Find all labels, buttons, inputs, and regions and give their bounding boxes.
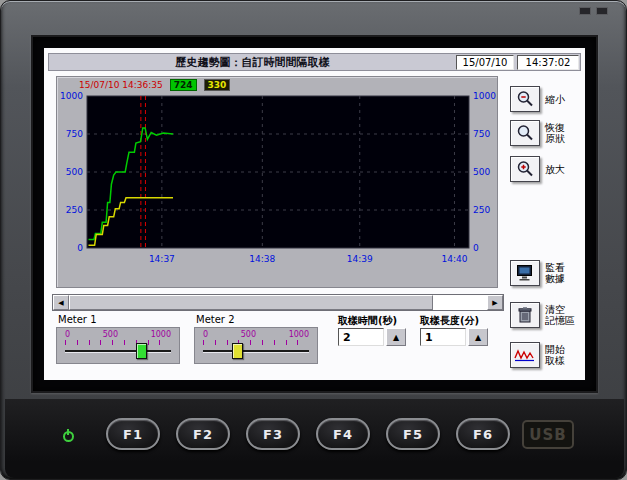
trash-icon: [510, 302, 540, 328]
meter1-value-badge: 724: [170, 79, 197, 91]
hmi-device: 歷史趨勢圖：自訂時間間隔取樣 15/07/10 14:37:02 15/07/1…: [0, 0, 627, 480]
sampling-length-control: 1 ▲: [420, 328, 488, 346]
scrollbar-thumb[interactable]: [69, 295, 433, 310]
sampling-length-label: 取樣長度(分): [420, 314, 479, 328]
sampling-length-up-button[interactable]: ▲: [468, 328, 488, 346]
monitor-icon: [510, 260, 540, 286]
meter2-value-badge: 330: [204, 79, 231, 91]
port-icon: [596, 7, 608, 15]
title-bar: 歷史趨勢圖：自訂時間間隔取樣 15/07/10 14:37:02: [48, 53, 581, 71]
start-sampling-button[interactable]: 開始取樣: [510, 342, 565, 368]
svg-text:0: 0: [473, 243, 479, 253]
fkey-f6[interactable]: F6: [456, 418, 510, 450]
svg-text:250: 250: [66, 205, 83, 215]
usb-port-label: USB: [522, 420, 574, 449]
zoom-in-button[interactable]: 放大: [510, 156, 565, 182]
meter2-handle[interactable]: [232, 343, 243, 359]
magnifier-icon: [510, 120, 540, 146]
chart-scrollbar[interactable]: ◀ ▶: [52, 294, 504, 311]
meter2-label: Meter 2: [196, 314, 235, 325]
svg-text:14:39: 14:39: [347, 254, 373, 264]
display: 歷史趨勢圖：自訂時間間隔取樣 15/07/10 14:37:02 15/07/1…: [44, 48, 585, 380]
screen: 歷史趨勢圖：自訂時間間隔取樣 15/07/10 14:37:02 15/07/1…: [31, 35, 598, 393]
watch-data-button[interactable]: 監看數據: [510, 260, 565, 286]
port-icon: [579, 7, 591, 15]
svg-text:0: 0: [77, 243, 83, 253]
svg-text:750: 750: [66, 129, 83, 139]
waveform-icon: [510, 342, 540, 368]
meter1-slider: 0 500 1000: [56, 327, 180, 364]
zoom-out-button[interactable]: 縮小: [510, 86, 565, 112]
cursor-timestamp: 15/07/10 14:36:35: [79, 80, 163, 90]
sampling-time-control: 2 ▲: [338, 328, 406, 346]
svg-text:14:37: 14:37: [149, 254, 175, 264]
meter1-handle[interactable]: [136, 343, 147, 359]
meter2-tick-marks: [203, 340, 309, 345]
fkey-f3[interactable]: F3: [246, 418, 300, 450]
fkey-f2[interactable]: F2: [176, 418, 230, 450]
svg-text:250: 250: [473, 205, 490, 215]
date-display: 15/07/10: [456, 55, 514, 70]
svg-text:14:38: 14:38: [249, 254, 275, 264]
trend-plot[interactable]: 002502505005007507501000100014:3714:3814…: [57, 91, 497, 287]
fkey-f5[interactable]: F5: [386, 418, 440, 450]
sampling-time-value[interactable]: 2: [338, 328, 384, 346]
scrollbar-track[interactable]: [69, 295, 487, 310]
trend-legend: 15/07/10 14:36:35 724 330: [79, 79, 230, 91]
magnifier-plus-icon: [510, 156, 540, 182]
meter1-tick-marks: [65, 340, 171, 345]
svg-text:500: 500: [473, 167, 490, 177]
meter1-label: Meter 1: [58, 314, 97, 325]
svg-text:500: 500: [66, 167, 83, 177]
svg-text:750: 750: [473, 129, 490, 139]
svg-text:14:40: 14:40: [442, 254, 468, 264]
magnifier-minus-icon: [510, 86, 540, 112]
meter2-track: [203, 350, 309, 353]
sampling-time-up-button[interactable]: ▲: [386, 328, 406, 346]
meter1-track: [65, 350, 171, 353]
restore-view-button[interactable]: 恢復原狀: [510, 120, 565, 146]
svg-text:1000: 1000: [473, 91, 496, 101]
svg-text:1000: 1000: [60, 91, 83, 101]
panel-port-icons: [579, 7, 608, 15]
clear-memory-button[interactable]: 清空記憶區: [510, 302, 575, 328]
sampling-time-label: 取樣時間(秒): [338, 314, 397, 328]
sampling-length-value[interactable]: 1: [420, 328, 466, 346]
page-title: 歷史趨勢圖：自訂時間間隔取樣: [49, 55, 456, 70]
scroll-left-button[interactable]: ◀: [53, 295, 69, 310]
meter2-scale: 0 500 1000: [203, 330, 309, 339]
fkey-f4[interactable]: F4: [316, 418, 370, 450]
power-led-icon: [63, 431, 74, 442]
fkey-f1[interactable]: F1: [106, 418, 160, 450]
meter2-slider: 0 500 1000: [194, 327, 318, 364]
meter1-scale: 0 500 1000: [65, 330, 171, 339]
scroll-right-button[interactable]: ▶: [487, 295, 503, 310]
trend-chart-panel: 15/07/10 14:36:35 724 330 00250250500500…: [56, 76, 498, 288]
time-display: 14:37:02: [517, 55, 579, 70]
